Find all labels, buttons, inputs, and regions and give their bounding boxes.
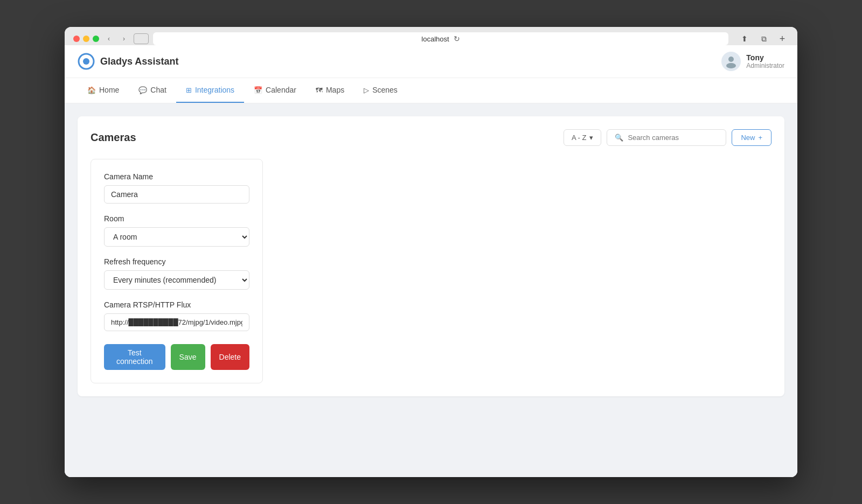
refresh-label: Refresh frequency bbox=[104, 257, 249, 266]
nav-scenes-label: Scenes bbox=[372, 86, 398, 94]
browser-window: ‹ › localhost ↻ ⬆ ⧉ + Gladys Assistant bbox=[65, 27, 797, 477]
sort-label: A - Z bbox=[572, 134, 586, 142]
search-icon: 🔍 bbox=[615, 134, 623, 142]
camera-name-label: Camera Name bbox=[104, 172, 249, 181]
sidebar-item-home[interactable]: 🏠 Home bbox=[78, 78, 129, 103]
user-details: Tony Administrator bbox=[746, 53, 784, 69]
browser-actions: ⬆ ⧉ + bbox=[737, 32, 789, 45]
camera-form-card: Camera Name Room A room Living room Bedr… bbox=[91, 159, 263, 383]
user-role: Administrator bbox=[746, 62, 784, 69]
cameras-controls: A - Z ▾ 🔍 New + bbox=[564, 129, 771, 146]
sidebar-item-maps[interactable]: 🗺 Maps bbox=[306, 78, 354, 103]
back-button[interactable]: ‹ bbox=[103, 33, 114, 44]
url-text: localhost bbox=[421, 35, 449, 43]
forward-button[interactable]: › bbox=[119, 33, 129, 44]
app-title: Gladys Assistant bbox=[100, 56, 178, 67]
close-icon[interactable] bbox=[73, 36, 80, 42]
flux-group: Camera RTSP/HTTP Flux bbox=[104, 300, 249, 331]
add-tab-button[interactable]: + bbox=[776, 32, 789, 45]
minimize-icon[interactable] bbox=[83, 36, 89, 42]
svg-point-2 bbox=[728, 57, 734, 62]
search-input[interactable] bbox=[628, 134, 718, 142]
user-info: Tony Administrator bbox=[721, 52, 784, 71]
sidebar-item-integrations[interactable]: ⊞ Integrations bbox=[176, 78, 244, 103]
gladys-logo-icon bbox=[78, 53, 95, 70]
user-name: Tony bbox=[746, 53, 784, 62]
svg-point-1 bbox=[83, 58, 89, 65]
delete-button[interactable]: Delete bbox=[211, 344, 249, 370]
maximize-icon[interactable] bbox=[93, 36, 99, 42]
save-button[interactable]: Save bbox=[171, 344, 205, 370]
sidebar-button[interactable] bbox=[134, 33, 149, 44]
plus-icon: + bbox=[758, 134, 762, 142]
camera-name-input[interactable] bbox=[104, 185, 249, 204]
page-title: Cameras bbox=[91, 131, 136, 144]
svg-point-3 bbox=[726, 63, 736, 68]
chat-icon: 💬 bbox=[138, 86, 147, 94]
main-content: Cameras A - Z ▾ 🔍 New + bbox=[65, 103, 797, 477]
chevron-down-icon: ▾ bbox=[589, 134, 593, 142]
calendar-icon: 📅 bbox=[254, 86, 262, 94]
browser-controls: ‹ › localhost ↻ ⬆ ⧉ + bbox=[73, 32, 789, 45]
sidebar-item-calendar[interactable]: 📅 Calendar bbox=[244, 78, 306, 103]
app-nav: 🏠 Home 💬 Chat ⊞ Integrations 📅 Calendar … bbox=[65, 78, 797, 103]
sort-button[interactable]: A - Z ▾ bbox=[564, 129, 601, 146]
test-connection-button[interactable]: Test connection bbox=[104, 344, 165, 370]
nav-maps-label: Maps bbox=[326, 86, 344, 94]
flux-input[interactable] bbox=[104, 313, 249, 331]
refresh-select[interactable]: Every minutes (recommended) Every 5 minu… bbox=[104, 270, 249, 290]
new-button[interactable]: New + bbox=[732, 129, 771, 146]
avatar bbox=[721, 52, 741, 71]
integrations-icon: ⊞ bbox=[186, 86, 192, 94]
share-button[interactable]: ⬆ bbox=[737, 32, 752, 45]
refresh-icon[interactable]: ↻ bbox=[454, 34, 460, 43]
refresh-group: Refresh frequency Every minutes (recomme… bbox=[104, 257, 249, 290]
room-group: Room A room Living room Bedroom Kitchen bbox=[104, 214, 249, 247]
sidebar-item-scenes[interactable]: ▷ Scenes bbox=[354, 78, 407, 103]
form-actions: Test connection Save Delete bbox=[104, 344, 249, 370]
nav-home-label: Home bbox=[99, 86, 119, 94]
maps-icon: 🗺 bbox=[316, 86, 323, 94]
search-box: 🔍 bbox=[607, 129, 726, 146]
camera-name-group: Camera Name bbox=[104, 172, 249, 204]
app-container: Gladys Assistant Tony Administrator 🏠 bbox=[65, 45, 797, 477]
app-logo: Gladys Assistant bbox=[78, 53, 178, 70]
nav-calendar-label: Calendar bbox=[266, 86, 296, 94]
new-tab-button[interactable]: ⧉ bbox=[756, 32, 771, 45]
sidebar-item-chat[interactable]: 💬 Chat bbox=[129, 78, 176, 103]
new-button-label: New bbox=[741, 134, 755, 142]
scenes-icon: ▷ bbox=[364, 86, 369, 94]
cameras-card: Cameras A - Z ▾ 🔍 New + bbox=[78, 116, 784, 396]
home-icon: 🏠 bbox=[87, 86, 96, 94]
room-select[interactable]: A room Living room Bedroom Kitchen bbox=[104, 227, 249, 247]
cameras-header: Cameras A - Z ▾ 🔍 New + bbox=[91, 129, 771, 146]
url-bar[interactable]: localhost ↻ bbox=[153, 32, 728, 45]
room-label: Room bbox=[104, 214, 249, 223]
app-header: Gladys Assistant Tony Administrator bbox=[65, 45, 797, 78]
nav-chat-label: Chat bbox=[150, 86, 166, 94]
browser-chrome: ‹ › localhost ↻ ⬆ ⧉ + bbox=[65, 27, 797, 45]
flux-label: Camera RTSP/HTTP Flux bbox=[104, 300, 249, 309]
traffic-lights bbox=[73, 36, 99, 42]
nav-integrations-label: Integrations bbox=[195, 86, 234, 94]
